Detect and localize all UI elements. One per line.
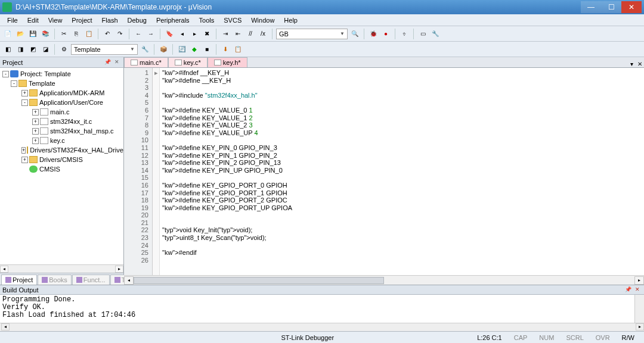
config-icon[interactable]: 🔧 (430, 29, 441, 39)
project-tree[interactable]: -Project: Template-Template+Application/… (0, 68, 123, 264)
scroll-right-icon[interactable]: ▸ (634, 276, 644, 285)
bookmark-prev-icon[interactable]: ◂ (177, 29, 187, 39)
insert-icon[interactable]: ⎀ (399, 29, 410, 39)
code-line[interactable]: "kw">#define KEY_VALUE_0 1 (162, 107, 642, 114)
code-line[interactable]: "kw">#include "stm32f4xx_hal.h" (162, 92, 642, 99)
tree-file[interactable]: +stm32f4xx_it.c (0, 117, 123, 126)
translate-icon[interactable]: ◆ (189, 44, 200, 55)
code-line[interactable]: "kw">#define KEY_GPIO_PORT_1 GPIOH (162, 189, 642, 197)
maximize-button[interactable]: ☐ (601, 1, 621, 13)
close-pane-icon[interactable]: ✕ (633, 286, 642, 294)
tree-cmsis[interactable]: CMSIS (0, 164, 123, 174)
menu-edit[interactable]: Edit (23, 15, 44, 25)
templates-window-icon[interactable]: ◪ (40, 44, 51, 55)
code-line[interactable]: "kw">#define KEY_VALUE_2 3 (162, 121, 642, 129)
code-line[interactable]: "kw">#define KEY_GPIO_PORT_2 GPIOC (162, 197, 642, 204)
scroll-right-icon[interactable]: ▸ (115, 266, 123, 273)
find-combo[interactable]: GB ▼ (276, 29, 348, 39)
comment-icon[interactable]: // (245, 29, 256, 39)
editor-tab[interactable]: key.h* (208, 57, 247, 67)
bookmark-icon[interactable]: 🔖 (164, 29, 175, 39)
fold-column[interactable]: ▸ (153, 68, 160, 275)
menu-file[interactable]: File (2, 15, 23, 25)
code-line[interactable] (162, 99, 642, 107)
pin-icon[interactable]: 📌 (624, 286, 632, 294)
redo-icon[interactable]: ↷ (114, 29, 125, 39)
scroll-right-icon[interactable]: ▸ (636, 323, 644, 330)
code-line[interactable]: "kw">#endif (162, 249, 642, 257)
scroll-left-icon[interactable]: ◂ (1, 323, 10, 330)
code-line[interactable]: "kw">#define KEY_PIN_2 GPIO_PIN_13 (162, 159, 642, 167)
menu-svcs[interactable]: SVCS (219, 15, 246, 25)
build-output-text[interactable]: Programming Done. Verify OK. Flash Load … (0, 295, 634, 323)
window-icon[interactable]: ▭ (417, 29, 428, 39)
batch-build-icon[interactable]: 📋 (233, 44, 243, 55)
build-vscroll[interactable] (634, 295, 644, 323)
menu-help[interactable]: Help (279, 15, 302, 25)
uncomment-icon[interactable]: /x (258, 29, 268, 39)
build-target-icon[interactable]: 📦 (158, 44, 169, 55)
close-pane-icon[interactable]: ✕ (113, 59, 121, 66)
menu-debug[interactable]: Debug (123, 15, 151, 25)
indent-icon[interactable]: ⇥ (220, 29, 231, 39)
stop-build-icon[interactable]: ■ (202, 44, 212, 55)
code-line[interactable]: "kw">#ifndef __KEY_H (162, 69, 642, 77)
project-hscroll[interactable]: ◂ ▸ (0, 264, 123, 273)
build-hscroll[interactable]: ◂ ▸ (0, 323, 644, 331)
tree-project-root[interactable]: -Project: Template (0, 69, 123, 79)
code-line[interactable] (162, 174, 642, 182)
project-tab-funct[interactable]: Funct... (72, 275, 110, 285)
new-file-icon[interactable]: 📄 (2, 29, 13, 39)
tree-group[interactable]: -Application/User/Core (0, 98, 123, 107)
functions-window-icon[interactable]: ◩ (27, 44, 38, 55)
code-line[interactable]: "kw">#define KEY_VALUE_1 2 (162, 114, 642, 122)
code-line[interactable] (162, 211, 642, 219)
nav-fwd-icon[interactable]: → (145, 29, 156, 39)
code-line[interactable]: "typ">void Key_Init("typ">void); (162, 226, 642, 234)
tab-dropdown-icon[interactable]: ▾ (627, 61, 636, 67)
close-button[interactable]: ✕ (621, 1, 642, 13)
editor-tab[interactable]: key.c* (168, 57, 208, 67)
project-window-icon[interactable]: ◧ (2, 44, 13, 55)
code-line[interactable]: "kw">#define KEY_PIN_0 GPIO_PIN_3 (162, 144, 642, 152)
find-icon[interactable]: 🔍 (349, 29, 360, 39)
code-line[interactable] (162, 84, 642, 92)
code-line[interactable]: "kw">#define KEY_VALUE_UP 4 (162, 129, 642, 137)
cut-icon[interactable]: ✂ (58, 29, 69, 39)
target-combo[interactable]: Template ▼ (71, 44, 138, 55)
tree-file[interactable]: +stm32f4xx_hal_msp.c (0, 126, 123, 136)
download-icon[interactable]: ⬇ (220, 44, 231, 55)
code-editor[interactable]: 1234567891011121314151617181920212223242… (124, 68, 644, 275)
scroll-track[interactable] (134, 276, 634, 285)
editor-hscroll[interactable]: ◂ ▸ (124, 275, 644, 285)
code-line[interactable] (162, 242, 642, 250)
tree-target[interactable]: -Template (0, 79, 123, 88)
project-tab-books[interactable]: Books (38, 275, 72, 285)
code-line[interactable]: "kw">#define __KEY_H (162, 77, 642, 85)
tree-file[interactable]: +key.c (0, 136, 123, 145)
minimize-button[interactable]: — (581, 1, 601, 13)
options-icon[interactable]: 🔧 (140, 44, 150, 55)
editor-tab[interactable]: main.c* (124, 57, 168, 67)
scroll-track[interactable] (8, 266, 115, 273)
scroll-thumb[interactable] (134, 277, 384, 284)
menu-view[interactable]: View (44, 15, 67, 25)
debug-start-icon[interactable]: 🐞 (368, 29, 379, 39)
bookmark-clear-icon[interactable]: ✖ (202, 29, 212, 39)
outdent-icon[interactable]: ⇤ (233, 29, 243, 39)
open-file-icon[interactable]: 📂 (15, 29, 26, 39)
project-tab-project[interactable]: Project (1, 275, 37, 285)
scroll-left-icon[interactable]: ◂ (0, 266, 8, 273)
menu-peripherals[interactable]: Peripherals (151, 15, 194, 25)
code-line[interactable]: "kw">#define KEY_GPIO_PORT_0 GPIOH (162, 182, 642, 189)
copy-icon[interactable]: ⎘ (71, 29, 82, 39)
tree-group[interactable]: +Application/MDK-ARM (0, 88, 123, 98)
nav-back-icon[interactable]: ← (133, 29, 144, 39)
code-line[interactable] (162, 219, 642, 227)
menu-project[interactable]: Project (67, 15, 97, 25)
bookmark-next-icon[interactable]: ▸ (189, 29, 200, 39)
tab-close-icon[interactable]: ✕ (636, 61, 644, 67)
breakpoint-icon[interactable]: ● (380, 29, 391, 39)
code-line[interactable]: "typ">uint8_t Key_Scan("typ">void); (162, 234, 642, 242)
code-content[interactable]: "kw">#ifndef __KEY_H"kw">#define __KEY_H… (160, 68, 644, 275)
